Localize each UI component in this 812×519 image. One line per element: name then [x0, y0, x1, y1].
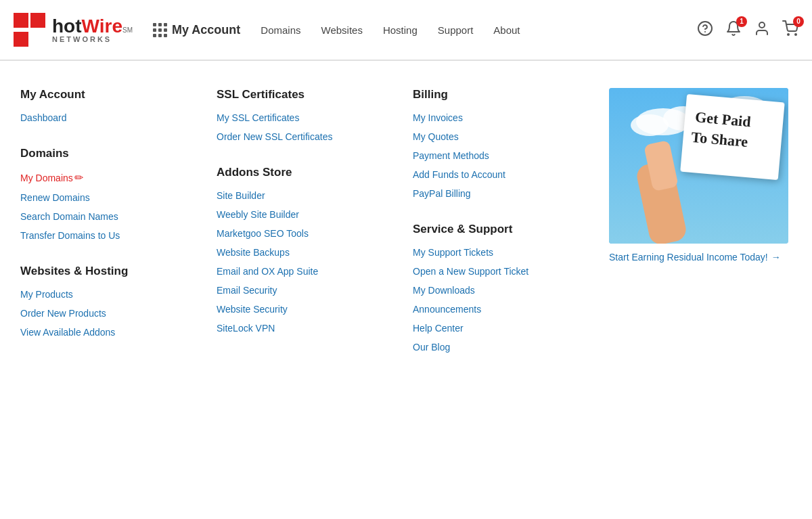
link-email-ox-app-suite[interactable]: Email and OX App Suite	[217, 266, 399, 277]
logo-sq-1	[14, 13, 28, 28]
link-weebly-site-builder[interactable]: Weebly Site Builder	[217, 209, 399, 220]
link-order-new-products[interactable]: Order New Products	[20, 308, 203, 319]
svg-point-2	[759, 22, 765, 28]
my-account-button[interactable]: My Account	[153, 23, 240, 37]
section-my-account: My Account Dashboard	[20, 88, 203, 123]
section-addons: Addons Store Site Builder Weebly Site Bu…	[217, 166, 399, 334]
logo-hot: hot	[52, 17, 82, 36]
cart-badge: 0	[793, 16, 804, 27]
banner-cta-text: Start Earning Residual Income Today!	[609, 252, 768, 263]
link-my-ssl-certs[interactable]: My SSL Certificates	[217, 112, 399, 123]
nav-about[interactable]: About	[493, 24, 520, 36]
nav-hosting[interactable]: Hosting	[383, 24, 418, 36]
notifications-icon[interactable]: 1	[725, 20, 742, 40]
logo-squares-icon	[14, 13, 45, 47]
logo-sq-3	[14, 32, 28, 47]
link-order-ssl-certs[interactable]: Order New SSL Certificates	[217, 131, 399, 142]
nav-websites[interactable]: Websites	[321, 24, 363, 36]
link-dashboard[interactable]: Dashboard	[20, 112, 203, 123]
main-header: hot Wire SM NETWORKS My Account Domains …	[0, 0, 812, 61]
section-websites-hosting: Websites & Hosting My Products Order New…	[20, 265, 203, 338]
menu-col-3: Billing My Invoices My Quotes Payment Me…	[413, 88, 609, 440]
link-email-security[interactable]: Email Security	[217, 285, 399, 296]
link-my-quotes[interactable]: My Quotes	[413, 131, 595, 142]
link-our-blog[interactable]: Our Blog	[413, 342, 595, 353]
section-heading-ssl: SSL Certificates	[217, 88, 399, 101]
mega-menu: My Account Dashboard Domains My Domains✏…	[0, 61, 812, 467]
link-marketgoo-seo-tools[interactable]: Marketgoo SEO Tools	[217, 228, 399, 239]
section-service-support: Service & Support My Support Tickets Ope…	[413, 223, 595, 353]
banner-cta-link[interactable]: Start Earning Residual Income Today! →	[609, 252, 781, 263]
main-nav: Domains Websites Hosting Support About	[261, 24, 697, 36]
svg-point-3	[788, 34, 789, 35]
section-heading-addons: Addons Store	[217, 166, 399, 179]
section-heading-billing: Billing	[413, 88, 595, 101]
link-site-builder[interactable]: Site Builder	[217, 190, 399, 201]
help-icon[interactable]	[697, 20, 713, 40]
notification-badge: 1	[736, 16, 747, 27]
link-add-funds[interactable]: Add Funds to Account	[413, 169, 595, 180]
link-my-products[interactable]: My Products	[20, 289, 203, 300]
link-open-new-support-ticket[interactable]: Open a New Support Ticket	[413, 266, 595, 277]
svg-point-4	[795, 34, 796, 35]
logo-link[interactable]: hot Wire SM NETWORKS	[14, 13, 133, 47]
banner-column: Get Paid To Share Start Earning Residual…	[609, 88, 792, 440]
link-website-security[interactable]: Website Security	[217, 304, 399, 315]
section-domains: Domains My Domains✏ Renew Domains Search…	[20, 147, 203, 241]
header-icons: 1 0	[697, 20, 798, 40]
link-my-support-tickets[interactable]: My Support Tickets	[413, 247, 595, 258]
link-my-downloads[interactable]: My Downloads	[413, 285, 595, 296]
grid-icon	[153, 23, 166, 37]
link-my-invoices[interactable]: My Invoices	[413, 112, 595, 123]
section-heading-service-support: Service & Support	[413, 223, 595, 236]
logo-sm: SM	[122, 27, 133, 34]
svg-point-8	[631, 114, 669, 136]
banner-sky-svg: Get Paid To Share	[609, 88, 788, 244]
section-billing: Billing My Invoices My Quotes Payment Me…	[413, 88, 595, 199]
link-paypal-billing[interactable]: PayPal Billing	[413, 188, 595, 199]
nav-support[interactable]: Support	[438, 24, 474, 36]
link-renew-domains[interactable]: Renew Domains	[20, 192, 203, 203]
link-announcements[interactable]: Announcements	[413, 304, 595, 315]
link-help-center[interactable]: Help Center	[413, 323, 595, 334]
link-website-backups[interactable]: Website Backups	[217, 247, 399, 258]
logo-sq-4	[30, 30, 45, 45]
banner-image: Get Paid To Share	[609, 88, 788, 244]
menu-col-2: SSL Certificates My SSL Certificates Ord…	[217, 88, 413, 440]
my-account-label: My Account	[172, 23, 240, 37]
section-heading-my-account: My Account	[20, 88, 203, 101]
cart-icon[interactable]: 0	[782, 20, 798, 40]
cursor-icon: ✏	[74, 171, 83, 184]
link-transfer-domains[interactable]: Transfer Domains to Us	[20, 230, 203, 241]
user-icon[interactable]	[754, 20, 770, 40]
logo-networks: NETWORKS	[52, 36, 133, 43]
menu-col-1: My Account Dashboard Domains My Domains✏…	[20, 88, 217, 440]
link-view-available-addons[interactable]: View Available Addons	[20, 327, 203, 338]
link-search-domain-names[interactable]: Search Domain Names	[20, 211, 203, 222]
section-heading-domains: Domains	[20, 147, 203, 160]
section-ssl: SSL Certificates My SSL Certificates Ord…	[217, 88, 399, 142]
logo-text: hot Wire SM NETWORKS	[52, 17, 133, 43]
link-my-domains[interactable]: My Domains✏	[20, 171, 203, 184]
section-heading-websites-hosting: Websites & Hosting	[20, 265, 203, 278]
nav-domains[interactable]: Domains	[261, 24, 300, 36]
banner-cta-arrow: →	[771, 252, 781, 263]
link-sitelock-vpn[interactable]: SiteLock VPN	[217, 323, 399, 334]
link-payment-methods[interactable]: Payment Methods	[413, 150, 595, 161]
logo-sq-2	[30, 13, 45, 28]
logo-wire: Wire	[82, 17, 122, 36]
